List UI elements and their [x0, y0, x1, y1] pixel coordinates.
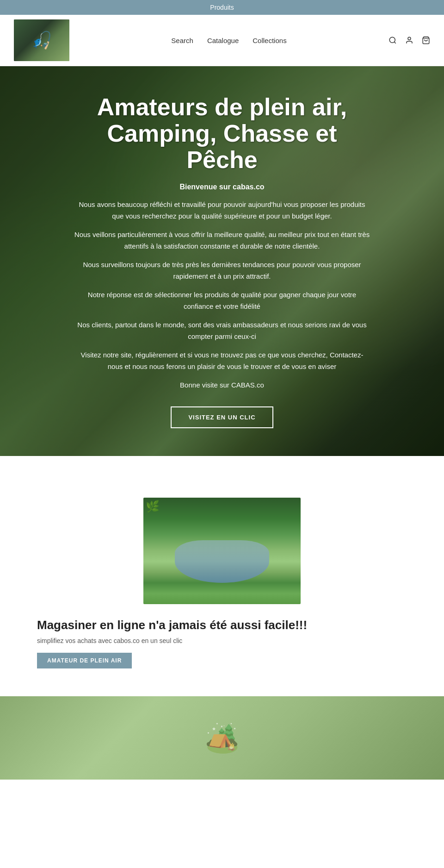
announcement-bar: Produits: [0, 0, 444, 15]
hero-paragraph-6: Visitez notre site, régulièrement et si …: [74, 349, 370, 373]
feature-image: [143, 498, 301, 604]
feature-heading: Magasiner en ligne n'a jamais été aussi …: [37, 618, 407, 632]
bottom-teaser-image: [0, 696, 444, 780]
header: Search Catalogue Collections: [0, 15, 444, 66]
feature-text-block: Magasiner en ligne n'a jamais été aussi …: [37, 618, 407, 668]
search-icon: [388, 36, 397, 44]
header-icons: [388, 36, 430, 44]
hero-paragraph-5: Nos clients, partout dans le monde, sont…: [74, 319, 370, 343]
hero-content: Amateurs de plein air, Camping, Chasse e…: [60, 66, 384, 456]
feature-cta-button[interactable]: AMATEUR DE PLEIN AIR: [37, 653, 132, 668]
spacer-section: [0, 456, 444, 498]
hero-paragraph-3: Nous surveillons toujours de très près l…: [74, 259, 370, 282]
nav-collections[interactable]: Collections: [253, 37, 286, 44]
announcement-text: Produits: [210, 4, 234, 11]
svg-point-0: [389, 37, 395, 43]
hero-paragraph-1: Nous avons beaucoup réfléchi et travaill…: [74, 199, 370, 222]
login-button[interactable]: [405, 36, 413, 44]
main-nav: Search Catalogue Collections: [171, 37, 286, 44]
svg-point-2: [408, 37, 411, 40]
hero-section: Amateurs de plein air, Camping, Chasse e…: [0, 66, 444, 456]
logo[interactable]: [14, 19, 69, 61]
hero-cta-button[interactable]: VISITEZ EN UN CLIC: [171, 406, 273, 428]
logo-image: [14, 19, 69, 61]
hero-title: Amateurs de plein air, Camping, Chasse e…: [74, 94, 370, 174]
feature-subtext: simplifiez vos achats avec cabos.co en u…: [37, 637, 407, 644]
hero-paragraph-2: Nous veillons particulièrement à vous of…: [74, 229, 370, 252]
feature-section: Magasiner en ligne n'a jamais été aussi …: [0, 498, 444, 696]
svg-line-1: [394, 42, 395, 43]
nav-catalogue[interactable]: Catalogue: [207, 37, 239, 44]
cart-icon: [422, 36, 430, 44]
hero-paragraph-7: Bonne visite sur CABAS.co: [74, 379, 370, 391]
hero-paragraph-4: Notre réponse est de sélectionner les pr…: [74, 289, 370, 312]
search-button[interactable]: [388, 36, 397, 44]
feature-image-background: [143, 498, 301, 604]
feature-image-wrapper: [37, 498, 407, 604]
hero-subtitle: Bienvenue sur cabas.co: [74, 183, 370, 191]
nav-search[interactable]: Search: [171, 37, 193, 44]
person-icon: [405, 36, 413, 44]
cart-button[interactable]: [422, 36, 430, 44]
